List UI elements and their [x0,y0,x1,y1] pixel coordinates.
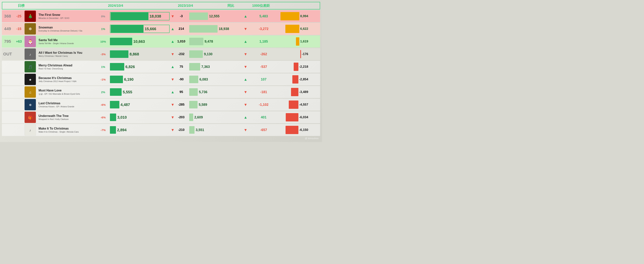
percent-change: 2% [98,91,109,94]
arrow-up-icon-2023: ▲ [244,14,248,18]
rank-number: OUT [2,52,13,57]
value-2023: 12,555 [209,14,220,18]
header-date2: 2023/10/4 [155,3,216,9]
bar-2023-wrap: 9,478 [189,37,242,46]
rank-change: +63 [13,40,24,44]
song-title: Underneath The Tree [38,114,96,118]
table-row: 🎁 Underneath The Tree Wrapped In Red / K… [2,111,320,123]
diff-section: 8,994 [279,12,309,20]
table-row: 368 -25 🎄 The First Snow Miracles in Dec… [2,10,320,22]
bar-2024-fill [111,25,144,33]
percent-change: 10% [98,40,109,43]
bar-2024-fill [110,76,123,83]
song-title: Snowman [38,26,96,29]
song-subtitle: Miracles in December - EP / EXO [38,17,96,19]
bar-2023-wrap: 5,589 [189,101,242,109]
song-info: Because It's Christmas Jelly Christmas 2… [37,76,98,83]
change-2024: 75 [176,65,187,69]
diff-value: -6,150 [299,128,308,132]
bar-2023-fill [189,114,193,121]
song-info: Santa Tell Me Santa Tell Me - Single / A… [37,38,98,45]
tongbi-value: -262 [248,52,279,56]
bar-2023-section: 3,551 ▼ [188,126,248,134]
bar-2024-wrap: 8,868 [110,50,170,58]
tongbi-value: -537 [248,65,279,69]
svg-text:★: ★ [29,78,32,82]
change-2024: 214 [176,27,187,31]
percent-change: -7% [98,129,109,132]
svg-text:♪: ♪ [30,53,31,56]
bar-2023-fill [189,50,203,58]
bar-2023-wrap: 9,130 [189,50,242,58]
bar-2023-wrap: 7,363 [189,63,242,71]
diff-value: -6,034 [299,115,308,119]
percent-change: -6% [98,116,109,119]
change-2024: -90 [176,78,187,81]
song-info: Must Have Love 싱글 - EP / SG Wannabe & Br… [37,88,98,96]
tongbi-value: -3,272 [248,27,279,31]
bar-2023-section: 9,478 ▲ [188,37,248,46]
header-ribiao: 日榜 [2,2,40,9]
bar-2024-section: 3,010 ▼ -203 [109,113,188,122]
value-2023: 5,589 [199,103,207,107]
rank-change: -15 [13,27,24,31]
bar-2023-wrap: 5,736 [189,88,242,96]
song-title: Santa Tell Me [38,38,96,42]
percent-change: 1% [98,65,109,68]
value-2024: 3,010 [117,115,127,120]
diff-section: -6,034 [279,113,309,122]
value-2024: 6,190 [124,77,134,82]
diff-bar-fill [286,113,298,122]
header-date1: 2024/10/4 [76,3,155,9]
tongbi-value: 5,483 [248,14,279,18]
arrow-up-icon: ▲ [171,90,174,94]
table-row: 🎵 Merry Christmas Ahead Real / IU feat. … [2,61,320,73]
song-info: All I Want for Christmas Is You Merry Ch… [37,51,98,57]
diff-value: -2,854 [299,78,308,81]
watermark: @ kimsuhoo [2,136,320,140]
bar-2023-wrap: 2,609 [189,113,242,122]
bar-2023-fill [189,38,204,45]
diff-value: -4,557 [299,103,308,107]
bar-2024-wrap: 10,663 [110,37,170,46]
change-2024: 95 [176,90,187,94]
song-subtitle: Jelly Christmas 2012 Heart Project / V&A [38,80,96,82]
diff-value: 6,622 [300,27,308,31]
diff-section: 6,622 [279,25,309,33]
diff-bar-fill [292,75,298,84]
bar-2024-wrap: 15,666 [110,25,170,33]
song-title: Last Christmas [38,102,96,105]
value-2024: 5,555 [123,90,132,94]
table-row: ♪ Make It To Christmas Make It to Christ… [2,124,320,136]
diff-value: -3,489 [299,90,308,94]
bar-2023-fill [189,25,218,33]
arrow-up-icon: ▲ [171,39,174,44]
value-2023: 2,609 [194,115,203,119]
bar-2024-section: 15,666 ▲ 214 [109,25,188,33]
song-info: Snowman Everyday Is Christmas (Snowman D… [37,25,98,32]
arrow-up-icon-2023: ▲ [244,115,248,120]
diff-section: -6,150 [279,126,309,134]
bar-2024-wrap: 2,894 [110,126,170,134]
arrow-down-icon-2023: ▼ [244,103,248,107]
bar-2023-fill [189,12,208,20]
percent-change: -3% [98,53,109,56]
rank-number: 795 [2,39,13,44]
value-2024: 4,487 [120,103,130,107]
diff-bar-fill [289,101,298,109]
rank-change: -25 [13,14,24,18]
value-2023: 9,130 [204,52,212,56]
value-2023: 9,478 [204,40,213,44]
diff-bar-fill [285,25,299,33]
diff-section: -2,218 [279,63,309,71]
header-row: 日榜 2024/10/4 2023/10/4 同比 1000位差距 [2,2,320,9]
table-row: ★ Because It's Christmas Jelly Christmas… [2,73,320,85]
bar-2024-wrap: 6,190 [110,75,170,84]
value-2023: 3,551 [196,128,204,132]
arrow-down-icon-2023: ▼ [244,90,248,94]
diff-bar-fill [291,88,298,96]
song-subtitle: Everyday Is Christmas (Snowman Deluxe) /… [38,30,96,32]
bar-2024-section: 5,555 ▲ 95 [109,88,188,96]
bar-2024-fill [111,12,148,20]
tongbi-value: 401 [248,115,279,119]
